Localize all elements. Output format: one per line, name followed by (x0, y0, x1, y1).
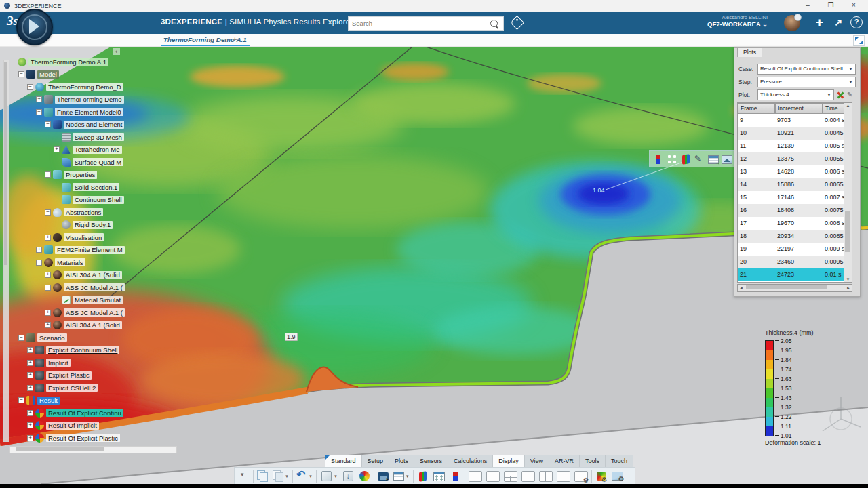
field-dropdown[interactable]: Pressure▼ (757, 77, 856, 87)
table-row[interactable]: 18209340.0085 s (738, 230, 852, 243)
tree-item[interactable]: −Materials (9, 256, 179, 269)
tree-item[interactable]: −ABS JC Model A.1 ( (9, 281, 179, 294)
expand-node-icon[interactable]: + (27, 372, 33, 378)
tree-item[interactable]: Material Simulat (9, 294, 179, 307)
tree-vertical-scrollbar[interactable] (3, 60, 9, 442)
expand-node-icon[interactable]: + (27, 347, 33, 353)
collapse-node-icon[interactable]: − (45, 121, 51, 127)
search-icon[interactable] (490, 20, 498, 27)
tree-item[interactable]: Continuum Shell (9, 194, 179, 207)
snapshot[interactable] (722, 155, 732, 164)
export-table[interactable] (708, 155, 719, 164)
edit-plot-icon[interactable]: ✎ (847, 90, 856, 99)
expand-viewport-button[interactable] (853, 35, 865, 46)
expand-node-icon[interactable]: + (27, 435, 33, 441)
expand-node-icon[interactable]: + (45, 322, 51, 328)
user-block[interactable]: Alessandro BELLINI QF7-WORKAREA ⌄ (707, 14, 768, 28)
expand-node-icon[interactable]: + (27, 422, 33, 428)
ribbon-tab-touch[interactable]: Touch (606, 455, 633, 467)
plots-panel-tab[interactable]: Plots (737, 47, 762, 57)
tag-icon[interactable] (510, 16, 524, 30)
annotate-pencil[interactable] (694, 154, 705, 165)
expand-node-icon[interactable]: + (45, 310, 51, 316)
spectrum-button[interactable] (448, 468, 463, 485)
expand-node-icon[interactable]: + (45, 272, 51, 278)
collapse-node-icon[interactable]: − (18, 335, 24, 341)
workspace-selector[interactable]: QF7-WORKAREA ⌄ (707, 20, 768, 28)
table-row[interactable]: 13146280.006 s (738, 165, 852, 178)
layout-settings-button[interactable] (572, 468, 590, 485)
data-table-button[interactable]: ▼ (391, 468, 412, 485)
tree-item[interactable]: −Finite Element Model0 (9, 106, 179, 119)
contour-sphere-button[interactable] (357, 468, 372, 485)
layout-bottom-split-button[interactable] (502, 468, 519, 485)
expand-node-icon[interactable]: + (27, 360, 33, 366)
tree-item[interactable]: +Visualisation (9, 231, 179, 244)
collapse-node-icon[interactable]: − (45, 209, 51, 216)
tree-item[interactable]: +Tetrahedron Me (9, 144, 179, 157)
tree-item[interactable]: +Result Of Implicit (9, 420, 179, 432)
tree-item[interactable]: −Result (9, 394, 179, 407)
collapse-node-icon[interactable]: − (36, 260, 42, 266)
capture-settings-button[interactable] (609, 468, 626, 485)
import-result-button[interactable] (340, 468, 357, 485)
ribbon-tab-sensors[interactable]: Sensors (414, 455, 448, 467)
probe-dots-toggle[interactable] (667, 154, 677, 165)
field-dropdown[interactable]: Result Of Explicit Continuum Shell▼ (757, 64, 856, 75)
contour-toggle[interactable] (682, 154, 690, 165)
table-row[interactable]: 15171460.007 s (738, 191, 852, 204)
tree-item[interactable]: +AISI 304 A.1 (Solid (9, 269, 179, 282)
sensors-button[interactable] (431, 468, 448, 485)
tree-item[interactable]: Solid Section.1 (9, 181, 179, 194)
tree-item[interactable]: ThermoForming Demo A.1 (9, 56, 179, 68)
table-row[interactable]: 16184080.0075 s (738, 204, 852, 217)
tree-item[interactable]: +Explicit Continuum Shell (9, 344, 179, 357)
tree-item[interactable]: +AISI 304 A.1 (Solid (9, 319, 179, 332)
remove-plot-icon[interactable] (836, 90, 845, 99)
tree-item[interactable]: +Explicit Plastic (9, 369, 179, 382)
undo-button[interactable]: ▼ (294, 468, 315, 485)
ribbon-tab-display[interactable]: Display (493, 455, 525, 467)
field-dropdown[interactable]: Thickness.4▼ (757, 89, 834, 100)
share-icon[interactable]: ↗ (834, 17, 842, 28)
table-row[interactable]: 14158860.0065 s (738, 178, 852, 191)
section-part-button[interactable]: ▼ (318, 468, 340, 485)
collapse-node-icon[interactable]: − (27, 84, 33, 90)
animation-button[interactable] (376, 468, 391, 485)
tree-item[interactable]: +Implicit (9, 357, 179, 369)
toolbar-overflow[interactable] (236, 468, 252, 485)
paste-button[interactable]: ▼ (271, 468, 291, 485)
tree-item[interactable]: Rigid Body.1 (9, 219, 179, 232)
collapse-node-icon[interactable]: − (45, 171, 51, 178)
scroll-left-icon[interactable]: ◄ (739, 286, 743, 290)
search-bar[interactable] (348, 16, 504, 30)
minimize-button[interactable]: – (796, 0, 819, 12)
avatar[interactable] (784, 15, 800, 31)
help-button[interactable]: ? (850, 16, 863, 28)
column-header[interactable]: Increment (775, 103, 823, 114)
table-row[interactable]: 19221970.009 s (738, 243, 852, 256)
close-button[interactable]: × (842, 0, 865, 12)
copy-button[interactable] (255, 468, 271, 485)
collapse-node-icon[interactable]: − (18, 397, 24, 403)
maximize-button[interactable]: ❐ (819, 0, 842, 12)
new-tab-button[interactable]: + (233, 35, 237, 43)
expand-node-icon[interactable]: + (36, 96, 42, 102)
expand-node-icon[interactable]: + (54, 146, 60, 152)
expand-node-icon[interactable]: + (45, 235, 51, 241)
layout-single-button[interactable] (555, 468, 572, 485)
tree-item[interactable]: −Nodes and Element (9, 119, 179, 131)
tree-item[interactable]: +FEM2Finite Element M (9, 244, 179, 257)
ribbon-tab-setup[interactable]: Setup (362, 455, 390, 467)
frames-table-hscrollbar[interactable]: ◄ ► (737, 284, 852, 292)
ribbon-tab-view[interactable]: View (525, 455, 549, 467)
tree-item[interactable]: −Abstractions (9, 206, 179, 219)
tree-item[interactable]: +ThermoForming Demo (9, 94, 179, 106)
column-header[interactable]: Frame (738, 103, 775, 114)
tree-item[interactable]: +Explicit CSHell 2 (9, 382, 179, 394)
collapse-node-icon[interactable]: − (18, 71, 24, 77)
spectrum-toggle[interactable] (656, 155, 660, 164)
collapse-node-icon[interactable]: − (45, 285, 51, 291)
frames-table-header[interactable]: FrameIncrementTime (738, 103, 852, 114)
add-content-button[interactable]: + (816, 16, 823, 29)
